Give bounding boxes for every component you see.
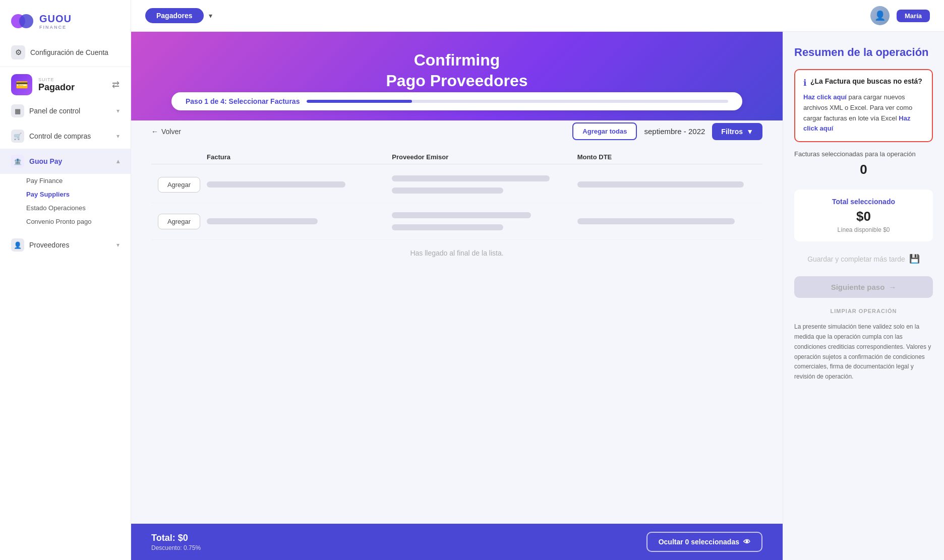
chevron-down-icon-3: ▾ [116, 241, 120, 248]
topbar-right: 👤 María [870, 6, 930, 25]
chevron-down-icon: ▾ [116, 107, 120, 114]
bottom-bar: Total: $0 Descuento: 0.75% Ocultar 0 sel… [131, 524, 783, 560]
user-name: María [897, 10, 930, 22]
content-area: Confirming Pago Proveedores Paso 1 de 4:… [131, 32, 944, 560]
skeleton-bar [392, 224, 503, 230]
selected-total-box: Total seleccionado $0 Línea disponible $… [794, 190, 933, 241]
col-header-action [151, 153, 207, 161]
back-button[interactable]: ← Volver [151, 128, 181, 136]
table-controls: ← Volver Agregar todas septiembre - 2022… [151, 122, 762, 140]
sidebar-item-compras[interactable]: 🛒 Control de compras ▾ [0, 123, 131, 149]
settings-icon: ⚙ [11, 45, 25, 59]
guoupay-icon: 🏦 [11, 155, 24, 168]
right-panel-title: Resumen de la operación [794, 46, 933, 59]
disclaimer: La presente simulación tiene validez sol… [794, 322, 933, 382]
main-content: Pagadores ▾ 👤 María Confirming Pago Prov… [131, 0, 944, 560]
alert-link-1[interactable]: Haz click aquí [803, 93, 847, 101]
refresh-icon[interactable]: ⇄ [112, 79, 120, 90]
add-row-button-1[interactable]: Agregar [158, 177, 200, 193]
month-label: septiembre - 2022 [644, 127, 705, 136]
sidebar-item-label-panel: Panel de control [29, 107, 80, 115]
sidebar-sub-pay-suppliers[interactable]: Pay Suppliers [0, 188, 131, 201]
sidebar: GUOU FINANCE ⚙ Configuración de Cuenta 💳… [0, 0, 131, 560]
step-progress-bar [307, 100, 728, 103]
alert-question: ¿La Factura que buscas no está? [810, 77, 922, 85]
total-selected-amount: $0 [802, 209, 925, 224]
eye-icon: 👁 [743, 538, 750, 546]
controls-right: Agregar todas septiembre - 2022 Filtros … [572, 122, 762, 140]
monto-cell-1 [577, 179, 762, 190]
facturas-label: Facturas seleccionadas para la operación [794, 150, 933, 158]
save-action[interactable]: Guardar y completar más tarde 💾 [794, 250, 933, 268]
limpiar-label[interactable]: LIMPIAR OPERACIÓN [794, 308, 933, 314]
config-label: Configuración de Cuenta [30, 48, 108, 56]
sidebar-item-panel[interactable]: ▦ Panel de control ▾ [0, 98, 131, 123]
config-account-item[interactable]: ⚙ Configuración de Cuenta [0, 38, 131, 67]
bottom-discount: Descuento: 0.75% [151, 544, 201, 551]
table-area: ← Volver Agregar todas septiembre - 2022… [131, 110, 783, 524]
hide-selected-button[interactable]: Ocultar 0 seleccionadas 👁 [646, 532, 762, 552]
back-arrow-icon: ← [151, 128, 158, 136]
info-icon: ℹ [803, 78, 806, 88]
alert-body: Haz click aquí para cargar nuevos archiv… [803, 92, 924, 134]
logo: GUOU FINANCE [0, 0, 131, 38]
table-header: Factura Proveedor Emisor Monto DTE [151, 149, 762, 164]
col-header-monto: Monto DTE [577, 153, 762, 161]
alert-box: ℹ ¿La Factura que buscas no está? Haz cl… [794, 69, 933, 142]
factura-cell-2 [207, 216, 392, 226]
topbar-chevron-icon[interactable]: ▾ [209, 12, 212, 20]
arrow-right-icon: → [889, 283, 896, 291]
center-panel: Confirming Pago Proveedores Paso 1 de 4:… [131, 32, 783, 560]
filter-icon: ▼ [746, 128, 753, 136]
topbar: Pagadores ▾ 👤 María [131, 0, 944, 32]
suite-icon: 💳 [11, 74, 32, 95]
filters-button[interactable]: Filtros ▼ [712, 123, 762, 140]
sidebar-item-guoupay[interactable]: 🏦 Guou Pay ▴ [0, 149, 131, 174]
next-step-button[interactable]: Siguiente paso → [794, 276, 933, 298]
topbar-pill[interactable]: Pagadores [145, 8, 204, 23]
sidebar-sub-convenio[interactable]: Convenio Pronto pago [0, 215, 131, 228]
factura-cell-1 [207, 179, 392, 190]
logo-text: GUOU [39, 13, 72, 25]
save-label: Guardar y completar más tarde [807, 255, 905, 263]
suite-section: 💳 SUITE Pagador ⇄ [0, 67, 131, 98]
hero-title-main: Confirming [151, 51, 762, 70]
skeleton-bar [392, 175, 549, 181]
table-row: Agregar [151, 166, 762, 203]
end-of-list: Has llegado al final de la lista. [151, 240, 762, 261]
total-selected-label: Total seleccionado [802, 198, 925, 206]
linea-disponible: Línea disponible $0 [802, 226, 925, 233]
add-all-button[interactable]: Agregar todas [572, 122, 637, 140]
sidebar-sub-estado-op[interactable]: Estado Operaciones [0, 201, 131, 215]
skeleton-bar [577, 181, 744, 188]
bottom-total-label: Total: $0 [151, 533, 201, 543]
proveedor-cell-1 [392, 173, 577, 196]
suite-label: SUITE [38, 77, 106, 82]
step-progress-fill [307, 100, 412, 103]
skeleton-bar [392, 188, 503, 194]
step-bar: Paso 1 de 4: Seleccionar Facturas [171, 92, 742, 110]
col-header-proveedor: Proveedor Emisor [392, 153, 577, 161]
save-icon: 💾 [909, 254, 920, 264]
topbar-left: Pagadores ▾ [145, 8, 212, 23]
step-text: Paso 1 de 4: Seleccionar Facturas [186, 97, 300, 105]
sidebar-sub-pay-finance[interactable]: Pay Finance [0, 174, 131, 188]
bottom-total: Total: $0 Descuento: 0.75% [151, 533, 201, 551]
facturas-count: 0 [794, 162, 933, 177]
right-panel: Resumen de la operación ℹ ¿La Factura qu… [783, 32, 944, 560]
controls-left: ← Volver [151, 128, 181, 136]
sidebar-item-proveedores[interactable]: 👤 Proveedores ▾ [0, 232, 131, 258]
chevron-up-icon: ▴ [116, 158, 120, 165]
logo-sub: FINANCE [39, 25, 72, 30]
sidebar-item-label-proveedores: Proveedores [29, 241, 69, 249]
sidebar-item-label-guoupay: Guou Pay [29, 157, 62, 165]
add-row-button-2[interactable]: Agregar [158, 214, 200, 229]
skeleton-bar [207, 218, 318, 224]
skeleton-bar [577, 218, 735, 224]
proveedor-cell-2 [392, 210, 577, 232]
alert-header: ℹ ¿La Factura que buscas no está? [803, 77, 924, 88]
user-avatar: 👤 [870, 6, 890, 25]
monto-cell-2 [577, 216, 762, 226]
suite-name: Pagador [38, 82, 106, 93]
proveedores-icon: 👤 [11, 238, 24, 252]
